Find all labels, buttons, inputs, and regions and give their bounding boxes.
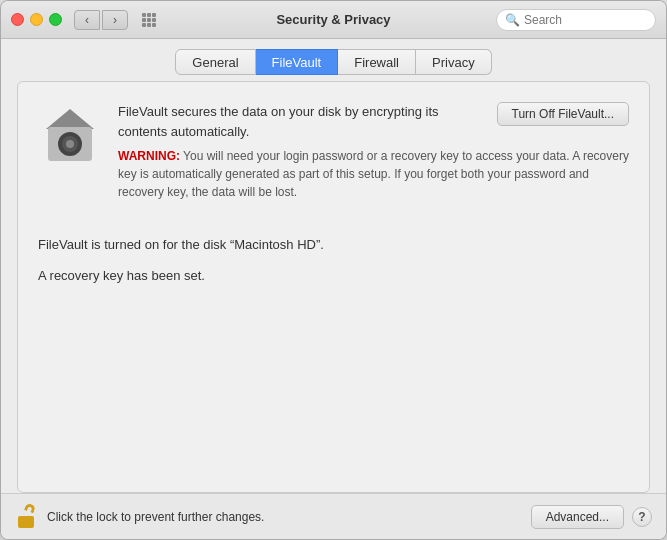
bottom-buttons: Advanced... ? [531, 505, 652, 529]
warning-text: WARNING: You will need your login passwo… [118, 147, 629, 201]
search-icon: 🔍 [505, 13, 520, 27]
maximize-button[interactable] [49, 13, 62, 26]
filevault-section: FileVault secures the data on your disk … [38, 102, 629, 201]
minimize-button[interactable] [30, 13, 43, 26]
forward-button[interactable]: › [102, 10, 128, 30]
house-lock-graphic [41, 105, 99, 163]
turn-off-filevault-button[interactable]: Turn Off FileVault... [497, 102, 629, 126]
window-title: Security & Privacy [276, 12, 390, 27]
house-body [48, 127, 92, 161]
recovery-key-text: A recovery key has been set. [38, 268, 629, 283]
help-button[interactable]: ? [632, 507, 652, 527]
description-row: FileVault secures the data on your disk … [118, 102, 629, 141]
grid-button[interactable] [136, 10, 162, 30]
lock-shackle [24, 502, 36, 513]
tab-firewall[interactable]: Firewall [338, 49, 416, 75]
filevault-icon [38, 102, 102, 166]
title-bar: ‹ › Security & Privacy 🔍 [1, 1, 666, 39]
tab-privacy[interactable]: Privacy [416, 49, 492, 75]
search-box[interactable]: 🔍 [496, 9, 656, 31]
lock-body [18, 516, 34, 528]
filevault-text-area: FileVault secures the data on your disk … [118, 102, 629, 201]
lock-label: Click the lock to prevent further change… [47, 510, 521, 524]
grid-icon [142, 13, 156, 27]
warning-label: WARNING: [118, 149, 180, 163]
camera-lens [58, 132, 82, 156]
tabs-container: General FileVault Firewall Privacy [1, 39, 666, 81]
tab-general[interactable]: General [175, 49, 255, 75]
content-area: FileVault secures the data on your disk … [17, 81, 650, 493]
bottom-bar: Click the lock to prevent further change… [1, 493, 666, 539]
warning-body: You will need your login password or a r… [118, 149, 629, 199]
house-roof [46, 109, 94, 129]
advanced-button[interactable]: Advanced... [531, 505, 624, 529]
lens-inner [66, 140, 74, 148]
close-button[interactable] [11, 13, 24, 26]
filevault-status-text: FileVault is turned on for the disk “Mac… [38, 237, 629, 252]
tab-filevault[interactable]: FileVault [256, 49, 339, 75]
filevault-description: FileVault secures the data on your disk … [118, 102, 485, 141]
traffic-lights [11, 13, 62, 26]
main-window: ‹ › Security & Privacy 🔍 General FileVau… [0, 0, 667, 540]
nav-buttons: ‹ › [74, 10, 128, 30]
back-button[interactable]: ‹ [74, 10, 100, 30]
search-input[interactable] [524, 13, 647, 27]
lock-icon[interactable] [15, 506, 37, 528]
